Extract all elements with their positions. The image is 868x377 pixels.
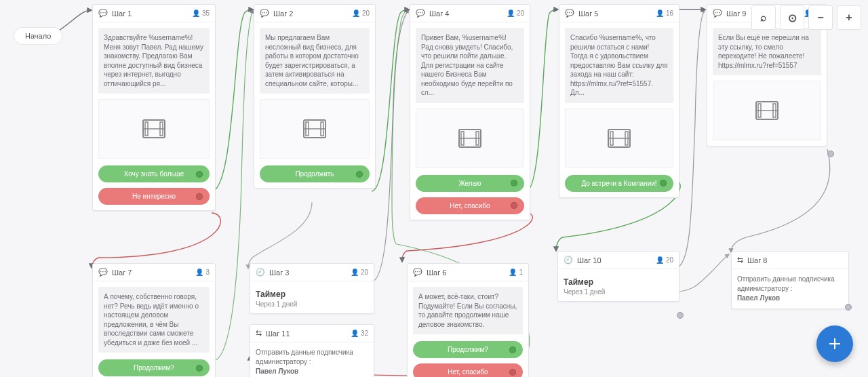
- minus-icon: −: [817, 12, 823, 24]
- message-text: А может, всё-таки, стоит? Подумайте! Есл…: [413, 287, 523, 334]
- media-placeholder: [565, 108, 673, 168]
- share-icon: ⇆: [737, 256, 743, 264]
- message-text: Привет Вам, %username%! Рад снова увидет…: [416, 28, 524, 103]
- chat-icon: 💬: [98, 268, 108, 277]
- button-continue[interactable]: Продолжим?: [98, 359, 210, 376]
- card-title: Шаг 7: [112, 269, 132, 277]
- card-title: Шаг 11: [266, 330, 290, 338]
- plus-icon: +: [846, 12, 852, 24]
- chat-icon: 💬: [416, 9, 425, 18]
- timer-title: Таймер: [564, 277, 673, 287]
- admin-action-text: Отправить данные подписчика администрато…: [256, 348, 368, 376]
- subscriber-count: 👤 32: [351, 330, 368, 337]
- share-icon: ⇆: [256, 329, 262, 338]
- media-placeholder: [713, 81, 821, 140]
- start-label: Начало: [25, 32, 51, 40]
- card-title: Шаг 9: [726, 9, 746, 18]
- subscriber-count: 👤 3: [195, 269, 210, 276]
- card-title: Шаг 1: [112, 9, 132, 18]
- card-header: 💬 Шаг 1 👤 35: [93, 5, 215, 22]
- media-placeholder: [416, 108, 524, 168]
- card-title: Шаг 6: [427, 269, 446, 277]
- step-8-card[interactable]: ⇆Шаг 8 Отправить данные подписчика админ…: [731, 251, 849, 309]
- card-title: Шаг 5: [578, 9, 598, 18]
- start-node[interactable]: Начало: [14, 27, 62, 45]
- button-continue[interactable]: Продолжим?: [413, 341, 523, 358]
- media-placeholder: [260, 99, 370, 159]
- port[interactable]: [845, 304, 852, 311]
- step-11-card[interactable]: ⇆Шаг 11👤 32 Отправить данные подписчика …: [250, 324, 374, 377]
- flow-canvas[interactable]: { "start_label": "Начало", "toolbar": {"…: [0, 0, 868, 377]
- target-icon: ⊙: [788, 12, 797, 24]
- canvas-toolbar: ⌕ ⊙ − +: [751, 5, 861, 30]
- card-title: Шаг 4: [429, 9, 449, 18]
- subscriber-count: 👤 20: [352, 9, 370, 17]
- subscriber-count: 👤 1: [509, 269, 523, 276]
- subscriber-count: 👤 20: [507, 9, 524, 17]
- message-text: Здравствуйте %username%! Меня зовут Паве…: [98, 28, 210, 94]
- step-3-card[interactable]: 🕘Шаг 3👤 20 Таймер Через 1 дней: [250, 263, 374, 314]
- message-text: Спасибо %username%, что решили остаться …: [565, 28, 673, 103]
- step-5-card[interactable]: 💬Шаг 5👤 16 Спасибо %username%, что решил…: [559, 4, 679, 198]
- message-text: А почему, собственно говоря, нет? Речь в…: [98, 287, 210, 353]
- clock-icon: 🕘: [256, 268, 265, 277]
- card-title: Шаг 3: [269, 269, 289, 277]
- admin-action-text: Отправить данные подписчика администрато…: [737, 275, 843, 303]
- port[interactable]: [677, 312, 684, 319]
- step-6-card[interactable]: 💬Шаг 6👤 1 А может, всё-таки, стоит? Поду…: [407, 263, 529, 377]
- button-not-interested[interactable]: Не интересно: [98, 188, 210, 205]
- subscriber-count: 👤 16: [656, 9, 673, 17]
- chat-icon: 💬: [260, 9, 269, 18]
- timer-subtitle: Через 1 дней: [256, 300, 368, 308]
- button-no[interactable]: Нет, спасибо: [416, 197, 524, 214]
- center-button[interactable]: ⊙: [780, 5, 804, 30]
- subscriber-count: 👤 20: [656, 256, 673, 264]
- clock-icon: 🕘: [564, 256, 573, 264]
- button-yes[interactable]: Желаю: [416, 175, 524, 192]
- zoom-out-button[interactable]: −: [808, 5, 833, 30]
- message-text: Мы предлагаем Вам несложный вид бизнеса,…: [260, 28, 370, 94]
- zoom-in-button[interactable]: +: [837, 5, 861, 30]
- button-no[interactable]: Нет, спасибо: [413, 363, 523, 377]
- add-step-fab[interactable]: [816, 325, 853, 362]
- step-10-card[interactable]: 🕘Шаг 10👤 20 Таймер Через 1 дней: [557, 251, 679, 302]
- subscriber-count: 👤 20: [351, 269, 368, 276]
- chat-icon: 💬: [413, 268, 422, 277]
- search-icon: ⌕: [760, 12, 767, 24]
- subscriber-count: 👤 35: [192, 9, 210, 17]
- chat-icon: 💬: [565, 9, 574, 18]
- card-title: Шаг 10: [577, 256, 601, 264]
- timer-subtitle: Через 1 дней: [564, 288, 673, 296]
- button-more[interactable]: Хочу знать больше: [98, 165, 210, 182]
- card-title: Шаг 8: [747, 256, 767, 264]
- media-placeholder: [98, 99, 210, 159]
- step-7-card[interactable]: 💬Шаг 7👤 3 А почему, собственно говоря, н…: [92, 263, 216, 377]
- button-continue[interactable]: Продолжить: [260, 165, 370, 182]
- card-title: Шаг 2: [273, 9, 293, 18]
- step-2-card[interactable]: 💬Шаг 2👤 20 Мы предлагаем Вам несложный в…: [254, 4, 376, 188]
- chat-icon: 💬: [98, 9, 108, 18]
- plus-icon: [828, 337, 842, 351]
- message-text: Если Вы ещё не перешли на эту ссылку, то…: [713, 28, 821, 75]
- step-1-card[interactable]: 💬 Шаг 1 👤 35 Здравствуйте %username%! Ме…: [92, 4, 216, 211]
- port[interactable]: [827, 151, 834, 157]
- step-4-card[interactable]: 💬Шаг 4👤 20 Привет Вам, %username%! Рад с…: [410, 4, 530, 220]
- button-goodbye[interactable]: До встречи в Компании!: [565, 175, 673, 192]
- search-button[interactable]: ⌕: [751, 5, 776, 30]
- timer-title: Таймер: [256, 290, 368, 299]
- chat-icon: 💬: [713, 9, 722, 18]
